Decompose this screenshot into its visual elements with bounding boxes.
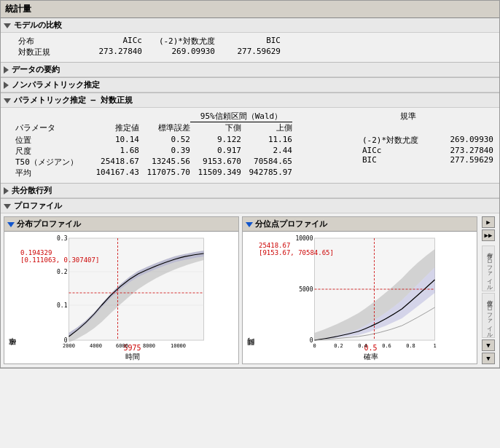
col-header-neg2log: (-2)*対数尤度 — [142, 36, 215, 47]
profile-toggle-icon — [4, 204, 11, 209]
scroll-far-right-arrow[interactable]: ▶▶ — [482, 229, 495, 241]
main-container: 統計量 モデルの比較 分布 AICc (-2)*対数尤度 BIC 対数正規 27… — [0, 0, 500, 369]
title-text: 統計量 — [5, 4, 31, 14]
parametric-right-stats: (-2)*対数尤度 269.09930 AICc 273.27840 BIC 2… — [348, 135, 493, 178]
svg-text:0.1: 0.1 — [57, 302, 68, 309]
parametric-section: パラメトリック推定 – 対数正規 95%信頼区間（Wald） 規準 パラメータ … — [1, 93, 499, 184]
param-est-2: 25418.67 — [88, 157, 139, 168]
norm-val-1: 273.27840 — [450, 146, 493, 155]
quantile-profile-header: 分位点プロファイル — [243, 217, 477, 232]
nonparametric-toggle-icon — [4, 82, 9, 89]
quantile-x-label: 確率 — [266, 352, 475, 362]
dist-annotation-ci: [0.111063, 0.307407] — [20, 256, 99, 264]
svg-text:0.3: 0.3 — [57, 235, 68, 242]
quantile-chart-area: 時間 25418.67 [9153.67, 70584.65] — [244, 235, 475, 351]
quantile-profile-body: 時間 25418.67 [9153.67, 70584.65] — [243, 232, 477, 363]
param-name-0: 位置 — [15, 135, 88, 146]
param-upper-0: 11.16 — [241, 135, 292, 146]
profile-content: 分布プロファイル 確率 0.194329 [0.111063, 0.307407… — [1, 213, 499, 367]
covariance-header[interactable]: 共分散行列 — [1, 184, 499, 198]
model-row-neg2log: 269.09930 — [142, 47, 215, 58]
model-comparison-content: 分布 AICc (-2)*対数尤度 BIC 対数正規 273.27840 269… — [1, 33, 499, 62]
param-se-2: 13245.56 — [139, 157, 190, 168]
dist-annotation-value: 0.194329 — [20, 249, 52, 256]
param-est-3: 104167.43 — [88, 168, 139, 178]
param-row-0: 位置 10.14 0.52 9.122 11.16 — [15, 135, 348, 146]
param-est-0: 10.14 — [88, 135, 139, 146]
parametric-left-table: 位置 10.14 0.52 9.122 11.16 尺度 1.68 0.39 0… — [15, 135, 348, 178]
covariance-toggle-icon — [4, 187, 9, 194]
svg-text:4000: 4000 — [90, 343, 102, 349]
norm-row-2: BIC 277.59629 — [362, 155, 493, 165]
data-summary-toggle-icon — [4, 66, 9, 74]
svg-text:0.2: 0.2 — [57, 269, 68, 275]
col-header-aicc: AICc — [77, 36, 142, 47]
vertical-labels-container: 分布プロファイル 分位点プロファイル ▼ ▼ — [482, 245, 495, 364]
param-upper-2: 70584.65 — [241, 157, 292, 168]
vertical-label-quantile[interactable]: 分位点プロファイル — [482, 293, 495, 339]
model-comparison-section: モデルの比較 分布 AICc (-2)*対数尤度 BIC 対数正規 273.27… — [1, 18, 499, 63]
param-lower-2: 9153.670 — [190, 157, 241, 168]
profile-side-controls: ▶ ▶▶ 分布プロファイル 分位点プロファイル ▼ ▼ — [480, 216, 496, 364]
col-header-dist: 分布 — [18, 36, 77, 47]
svg-text:0.2: 0.2 — [334, 343, 343, 349]
param-lower-1: 0.917 — [190, 146, 241, 157]
vertical-label-dist[interactable]: 分布プロファイル — [482, 245, 495, 291]
data-summary-header[interactable]: データの要約 — [1, 63, 499, 77]
nonparametric-label: ノンパラメトリック推定 — [12, 79, 100, 90]
parametric-header[interactable]: パラメトリック推定 – 対数正規 — [1, 93, 499, 108]
param-row-1: 尺度 1.68 0.39 0.917 2.44 — [15, 146, 348, 157]
quantile-profile-label: 分位点プロファイル — [255, 219, 327, 229]
dist-profile-header: 分布プロファイル — [4, 217, 238, 232]
quantile-profile-panel: 分位点プロファイル 時間 25418.67 [9153.67, 70584.65… — [242, 216, 477, 364]
quantile-annotation-value: 25418.67 — [259, 242, 290, 249]
param-se-3: 117075.70 — [139, 168, 190, 178]
profile-section: プロファイル 分布プロファイル 確率 0.194329 — [1, 199, 499, 368]
scroll-down-arrow-2[interactable]: ▼ — [482, 353, 495, 364]
parametric-data-area: 位置 10.14 0.52 9.122 11.16 尺度 1.68 0.39 0… — [15, 135, 493, 178]
norm-label-0: (-2)*対数尤度 — [362, 135, 418, 146]
parametric-ci-header-row: 95%信頼区間（Wald） 規準 — [15, 111, 493, 122]
param-se-0: 0.52 — [139, 135, 190, 146]
col-lower: 下側 — [190, 122, 241, 133]
param-lower-3: 11509.349 — [190, 168, 241, 178]
nonparametric-header[interactable]: ノンパラメトリック推定 — [1, 78, 499, 93]
svg-text:10000: 10000 — [295, 235, 313, 242]
profile-header[interactable]: プロファイル — [1, 199, 499, 213]
vertical-label-dist-text: 分布プロファイル — [486, 248, 493, 288]
dist-x-label: 時間 — [28, 352, 237, 362]
col-estimate: 推定値 — [88, 122, 139, 133]
param-name-1: 尺度 — [15, 146, 88, 157]
model-comparison-header[interactable]: モデルの比較 — [1, 18, 499, 33]
svg-text:5000: 5000 — [299, 286, 313, 293]
param-row-2: T50（メジアン） 25418.67 13245.56 9153.670 705… — [15, 157, 348, 168]
norm-val-2: 277.59629 — [450, 155, 493, 165]
col-param: パラメータ — [15, 122, 88, 133]
scroll-right-arrow[interactable]: ▶ — [482, 216, 495, 228]
model-row-dist: 対数正規 — [18, 47, 77, 58]
model-comparison-toggle-icon — [4, 23, 11, 28]
model-comparison-row-0: 対数正規 273.27840 269.09930 277.59629 — [15, 47, 493, 58]
quantile-profile-toggle-icon — [246, 222, 253, 227]
dist-profile-label: 分布プロファイル — [17, 219, 81, 229]
covariance-section: 共分散行列 — [1, 184, 499, 199]
model-row-aicc: 273.27840 — [77, 47, 142, 58]
scroll-down-arrow-1[interactable]: ▼ — [482, 339, 495, 351]
parametric-label: パラメトリック推定 – 対数正規 — [14, 95, 133, 106]
vertical-label-quantile-text: 分位点プロファイル — [486, 296, 493, 335]
svg-text:8000: 8000 — [143, 343, 155, 349]
svg-text:10000: 10000 — [171, 343, 186, 349]
norm-row-0: (-2)*対数尤度 269.09930 — [362, 135, 493, 146]
nonparametric-section: ノンパラメトリック推定 — [1, 78, 499, 93]
norm-val-0: 269.09930 — [450, 135, 493, 146]
norm-row-1: AICc 273.27840 — [362, 146, 493, 155]
profile-label: プロファイル — [14, 200, 62, 211]
ci-range-header: 95%信頼区間（Wald） — [190, 111, 292, 122]
col-stderr: 標準誤差 — [139, 122, 190, 133]
param-lower-0: 9.122 — [190, 135, 241, 146]
dist-chart-area: 確率 0.194329 [0.111063, 0.307407] — [6, 235, 237, 351]
param-upper-1: 2.44 — [241, 146, 292, 157]
model-comparison-label: モデルの比較 — [14, 20, 62, 31]
parametric-col-headers: パラメータ 推定値 標準誤差 下側 上側 — [15, 122, 493, 133]
quantile-annotation: 25418.67 [9153.67, 70584.65] — [259, 242, 334, 256]
